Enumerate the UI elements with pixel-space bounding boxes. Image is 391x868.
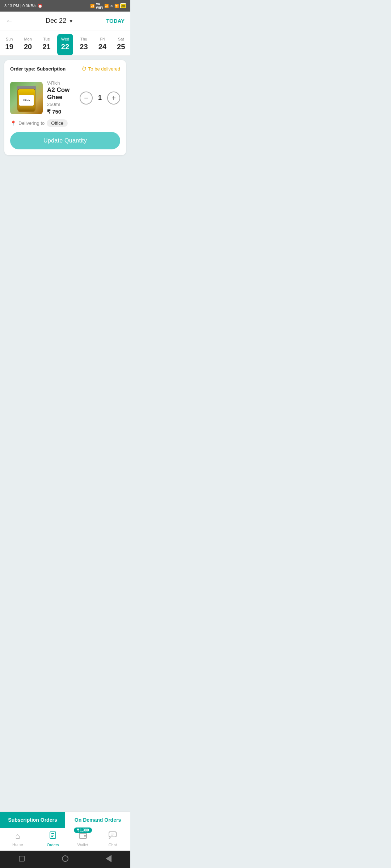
status-time: 3:13 PM | 0.0KB/s ⏰ — [4, 4, 43, 8]
header-title[interactable]: Dec 22 ▼ — [46, 17, 73, 25]
cal-day-21[interactable]: Tue 21 — [39, 34, 55, 55]
order-type-label: Order type: Subscription — [10, 66, 66, 72]
battery-indicator: 28 — [120, 3, 126, 8]
cal-day-24[interactable]: Fri 24 — [94, 34, 110, 55]
update-quantity-button[interactable]: Update Quantity — [10, 132, 120, 149]
clock-icon: ⏱ — [81, 66, 87, 72]
main-content: Order type: Subscription ⏱ To be deliver… — [0, 56, 130, 237]
cal-day-23[interactable]: Thu 23 — [76, 34, 92, 55]
quantity-value: 1 — [96, 94, 104, 102]
jar-body: V-Rich — [17, 89, 35, 112]
product-name: A2 Cow Ghee — [47, 86, 75, 101]
product-image: V-Rich — [10, 82, 43, 114]
delivery-status: ⏱ To be delivered — [81, 66, 120, 72]
delivering-row: 📍 Delivering to Office — [10, 119, 120, 127]
cal-day-19[interactable]: Sun 19 — [1, 34, 17, 55]
cal-day-20[interactable]: Mon 20 — [20, 34, 36, 55]
location-tag: Office — [47, 119, 68, 127]
jar-label: V-Rich — [19, 95, 34, 106]
increment-button[interactable]: + — [107, 92, 120, 105]
header: ← Dec 22 ▼ TODAY — [0, 12, 130, 30]
chevron-down-icon: ▼ — [68, 18, 73, 24]
quantity-control: − 1 + — [80, 92, 120, 105]
divider — [10, 76, 120, 76]
decrement-button[interactable]: − — [80, 92, 93, 105]
product-row: V-Rich V-Rich A2 Cow Ghee 250ml ₹ 750 − … — [10, 81, 120, 115]
today-button[interactable]: TODAY — [106, 18, 125, 24]
order-card-header: Order type: Subscription ⏱ To be deliver… — [10, 66, 120, 72]
product-info: V-Rich A2 Cow Ghee 250ml ₹ 750 — [47, 81, 75, 115]
order-type-value: Subscription — [37, 66, 66, 72]
location-icon: 📍 — [10, 120, 16, 126]
back-button[interactable]: ← — [6, 17, 13, 25]
status-icons: 📶 VoWiFi 📶 ✕ 🛜 28 — [90, 2, 126, 9]
product-brand: V-Rich — [47, 81, 75, 86]
product-price: ₹ 750 — [47, 109, 75, 115]
product-volume: 250ml — [47, 102, 75, 107]
status-bar: 3:13 PM | 0.0KB/s ⏰ 📶 VoWiFi 📶 ✕ 🛜 28 — [0, 0, 130, 12]
order-card: Order type: Subscription ⏱ To be deliver… — [4, 60, 126, 155]
cal-day-22[interactable]: Wed 22 — [57, 34, 73, 55]
calendar-strip: Sun 19 Mon 20 Tue 21 Wed 22 Thu 23 Fri 2… — [0, 30, 130, 56]
cal-day-25[interactable]: Sat 25 — [113, 34, 129, 55]
